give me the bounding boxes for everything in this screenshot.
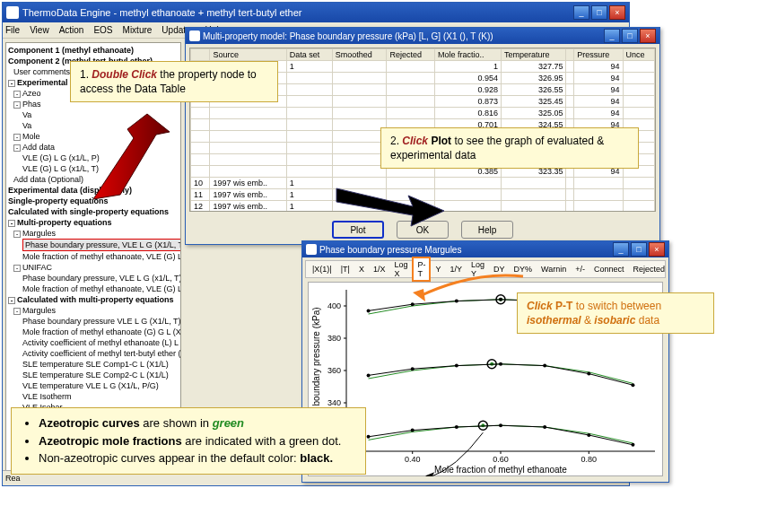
minimize-button[interactable]: _ <box>604 29 620 43</box>
maximize-button[interactable]: □ <box>631 242 647 257</box>
cell[interactable]: 94 <box>574 73 623 84</box>
cell[interactable] <box>574 189 623 201</box>
cell[interactable] <box>387 201 435 213</box>
tree-vle2[interactable]: VLE (G) L G (x1/L, T) <box>8 163 179 174</box>
tree-sle1[interactable]: SLE temperature SLE Comp1-C L (X1/L) <box>8 359 179 370</box>
cell[interactable] <box>566 201 574 213</box>
tree-mole[interactable]: Mole <box>22 132 40 141</box>
cell[interactable]: 325.45 <box>501 96 566 108</box>
cell[interactable] <box>332 178 387 189</box>
cell[interactable] <box>286 119 332 131</box>
cell[interactable] <box>623 61 654 73</box>
cell[interactable] <box>191 154 210 166</box>
menu-mixture[interactable]: Mixture <box>123 25 153 35</box>
tree-phas[interactable]: Phas <box>22 100 41 109</box>
collapse-icon[interactable]: - <box>13 101 21 109</box>
cell[interactable]: 10 <box>191 178 210 189</box>
cell[interactable] <box>435 189 502 201</box>
tree-single-prop[interactable]: Single-property equations <box>8 196 179 206</box>
collapse-icon[interactable]: - <box>13 91 21 98</box>
cell[interactable] <box>387 96 435 108</box>
menu-file[interactable]: File <box>5 25 20 35</box>
plot-tab-logy[interactable]: Log Y <box>467 257 489 281</box>
cell[interactable] <box>210 131 286 143</box>
minimize-button[interactable]: _ <box>573 5 589 20</box>
cell[interactable] <box>501 178 566 189</box>
cell[interactable] <box>210 143 286 154</box>
plot-tab-pt[interactable]: P-T <box>412 257 431 282</box>
cell[interactable] <box>566 61 574 73</box>
collapse-icon[interactable]: - <box>13 265 21 272</box>
cell[interactable]: 94 <box>574 96 623 108</box>
cell[interactable] <box>332 131 387 143</box>
cell[interactable] <box>435 201 502 213</box>
cell[interactable] <box>566 96 574 108</box>
tree-mf-vlt[interactable]: Mole fraction of methyl ethanoate, VLE (… <box>8 283 179 294</box>
plot-tab-dy[interactable]: DY <box>489 262 510 276</box>
tree-selected-node[interactable]: Phase boundary pressure, VLE L G (X1/L, … <box>22 239 181 251</box>
cell[interactable] <box>332 189 387 201</box>
cell[interactable] <box>387 108 435 119</box>
tree-azeo[interactable]: Azeo <box>22 89 41 98</box>
plot-button[interactable]: Plot <box>332 221 384 239</box>
cell[interactable] <box>286 96 332 108</box>
cell[interactable] <box>332 201 387 213</box>
tree-sle2[interactable]: SLE temperature SLE Comp2-C L (X1/L) <box>8 370 179 380</box>
cell[interactable]: 327.75 <box>501 61 566 73</box>
menu-view[interactable]: View <box>30 25 49 35</box>
cell[interactable] <box>332 119 387 131</box>
tree-adddata[interactable]: Add data <box>22 143 55 152</box>
cell[interactable] <box>623 189 654 201</box>
cell[interactable] <box>332 84 387 96</box>
close-button[interactable]: × <box>609 5 625 20</box>
tree-exp-disp[interactable]: Experimental data (display only) <box>8 185 179 196</box>
cell[interactable] <box>210 166 286 178</box>
cell[interactable] <box>623 178 654 189</box>
menu-action[interactable]: Action <box>59 25 84 35</box>
col-header[interactable]: Rejected <box>387 49 435 61</box>
collapse-icon[interactable]: - <box>8 220 15 227</box>
cell[interactable] <box>387 73 435 84</box>
cell[interactable] <box>332 166 387 178</box>
help-button[interactable]: Help <box>461 221 513 239</box>
tree-va[interactable]: Va <box>8 109 179 120</box>
cell[interactable] <box>286 73 332 84</box>
minimize-button[interactable]: _ <box>613 242 629 257</box>
cell[interactable] <box>566 84 574 96</box>
cell[interactable] <box>210 154 286 166</box>
cell[interactable] <box>574 178 623 189</box>
tree-adddata-opt[interactable]: Add data (Optional) <box>8 174 179 185</box>
table-row[interactable]: 111997 wis emb..1 <box>191 189 655 201</box>
cell[interactable] <box>623 84 654 96</box>
cell[interactable] <box>566 73 574 84</box>
collapse-icon[interactable]: - <box>8 80 15 87</box>
cell[interactable] <box>332 154 387 166</box>
cell[interactable] <box>501 189 566 201</box>
cell[interactable]: 1 <box>435 61 502 73</box>
cell[interactable] <box>435 178 502 189</box>
plot-tab-x1[interactable]: |X(1)| <box>308 262 336 276</box>
cell[interactable]: 12 <box>191 201 210 213</box>
cell[interactable]: 1997 wis emb.. <box>210 178 286 189</box>
cell[interactable]: 11 <box>191 189 210 201</box>
col-header[interactable] <box>191 49 210 61</box>
cell[interactable]: 1 <box>286 189 332 201</box>
cell[interactable] <box>566 178 574 189</box>
tree-acteth[interactable]: Activity coefficient of methyl ethanoate… <box>8 337 179 348</box>
col-header[interactable]: Data set <box>286 49 332 61</box>
tree-pbp-vlt[interactable]: Phase boundary pressure, VLE L G (x1/L, … <box>8 273 179 283</box>
plot-tab-logx[interactable]: Log X <box>389 257 412 281</box>
cell[interactable] <box>623 108 654 119</box>
plot-tab-y[interactable]: Y <box>431 262 445 276</box>
cell[interactable] <box>623 201 654 213</box>
cell[interactable]: 0.816 <box>435 108 502 119</box>
cell[interactable] <box>286 166 332 178</box>
close-button[interactable]: × <box>640 29 656 43</box>
tree-actmtbe[interactable]: Activity coefficient of methyl tert-buty… <box>8 348 179 359</box>
cell[interactable] <box>623 73 654 84</box>
cell[interactable] <box>387 178 435 189</box>
col-header[interactable] <box>566 49 574 61</box>
tree-mfeth[interactable]: Mole fraction of methyl ethanoate (G) G … <box>8 327 179 337</box>
cell[interactable] <box>286 84 332 96</box>
cell[interactable] <box>210 119 286 131</box>
